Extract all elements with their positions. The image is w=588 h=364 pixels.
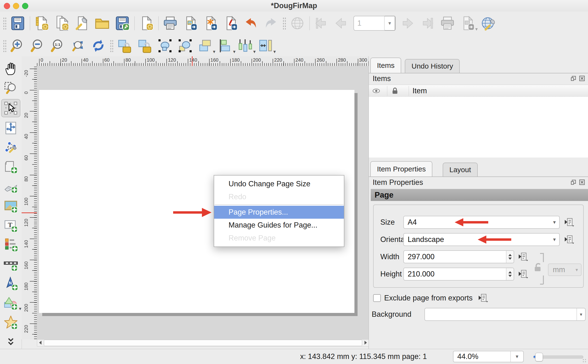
data-defined-override-icon[interactable] <box>478 293 489 303</box>
toolbar-grip[interactable] <box>110 39 113 52</box>
add-marker-button[interactable] <box>2 314 20 331</box>
redo-button[interactable] <box>262 15 280 32</box>
float-panel-icon[interactable] <box>570 179 577 186</box>
items-list[interactable] <box>369 97 588 157</box>
add-label-button[interactable]: T <box>2 216 20 234</box>
export-as-pdf-button[interactable] <box>222 15 239 32</box>
add-north-arrow-button[interactable]: N <box>2 275 20 292</box>
print-layout-button[interactable] <box>162 15 179 32</box>
menu-item-undo-change-page-size[interactable]: Undo Change Page Size <box>214 177 344 190</box>
zoom-in-button[interactable] <box>9 37 26 54</box>
raise-items-button[interactable]: ▾ <box>197 37 214 54</box>
titlebar[interactable]: *DougFirMap <box>0 0 588 12</box>
spinner-buttons[interactable] <box>506 251 514 263</box>
items-tree-header: Item <box>369 85 588 97</box>
previous-feature-button[interactable] <box>333 15 350 32</box>
lock-selected-items-button[interactable] <box>116 37 133 54</box>
add-items-from-template-button[interactable] <box>138 15 155 32</box>
menu-item-manage-guides[interactable]: Manage Guides for Page... <box>214 219 344 232</box>
tab-item-properties[interactable]: Item Properties <box>370 161 432 176</box>
select-move-item-tool-button[interactable] <box>1 99 20 117</box>
data-defined-override-icon[interactable] <box>517 270 529 279</box>
zoom-actual-size-button[interactable]: 1:1 <box>49 37 67 54</box>
preview-atlas-button[interactable] <box>289 15 306 32</box>
duplicate-layout-button[interactable] <box>53 15 71 32</box>
redo-icon <box>264 16 278 31</box>
pan-tool-button[interactable] <box>2 60 20 78</box>
first-feature-button[interactable] <box>313 15 330 32</box>
export-as-svg-button[interactable] <box>202 15 219 32</box>
export-as-image-button[interactable] <box>182 15 199 32</box>
tab-items[interactable]: Items <box>370 58 401 73</box>
top-ruler[interactable]: 0204060801001201401601802002202402602803… <box>37 56 368 66</box>
chevron-down-icon[interactable]: ▾ <box>576 308 585 320</box>
menu-item-redo[interactable]: Redo <box>214 190 344 203</box>
refresh-view-button[interactable] <box>90 37 107 54</box>
zoom-full-button[interactable] <box>70 37 87 54</box>
toolbar-grip[interactable] <box>3 39 6 52</box>
left-ruler[interactable]: -20020406080100120140160180200220 <box>22 66 37 339</box>
slider-handle[interactable] <box>535 353 543 361</box>
save-as-template-button[interactable] <box>114 15 131 32</box>
height-input[interactable]: 210.000 <box>403 268 514 280</box>
tab-layout[interactable]: Layout <box>443 162 478 176</box>
toolbar-grip[interactable] <box>283 17 286 30</box>
menu-item-page-properties[interactable]: Page Properties... <box>214 206 344 219</box>
zoom-slider[interactable] <box>533 352 583 361</box>
add-legend-button[interactable] <box>2 236 20 253</box>
units-select[interactable]: mm ▾ <box>548 264 582 276</box>
save-project-button[interactable] <box>9 15 26 32</box>
width-input[interactable]: 297.000 <box>403 250 514 263</box>
next-feature-button[interactable] <box>399 15 416 32</box>
zoom-level-combo[interactable]: 44.0% ▾ <box>453 351 524 362</box>
atlas-settings-button[interactable] <box>479 15 496 32</box>
float-panel-icon[interactable] <box>570 75 577 82</box>
move-item-content-tool-button[interactable] <box>2 119 20 137</box>
toolbar-grip[interactable] <box>3 17 6 30</box>
distribute-items-button[interactable]: ▾ <box>237 37 254 54</box>
open-layout-button[interactable] <box>94 15 111 32</box>
resize-grip[interactable] <box>582 358 587 363</box>
spinner-buttons[interactable] <box>506 268 514 280</box>
last-feature-button[interactable] <box>419 15 436 32</box>
menu-item-remove-page[interactable]: Remove Page <box>214 232 344 245</box>
zoom-out-button[interactable] <box>29 37 46 54</box>
close-panel-icon[interactable] <box>579 75 585 82</box>
ruler-label: 0 <box>24 91 29 94</box>
chevron-down-icon[interactable]: ▾ <box>384 16 395 31</box>
data-defined-override-icon[interactable] <box>563 218 575 227</box>
close-panel-icon[interactable] <box>579 179 585 186</box>
add-picture-button[interactable] <box>2 197 20 214</box>
resize-items-button[interactable]: ▾ <box>257 37 274 54</box>
atlas-page-combo[interactable]: 1▾ <box>354 16 396 31</box>
page-section-header[interactable]: Page <box>371 189 588 201</box>
ungroup-items-button[interactable] <box>176 37 194 54</box>
zoom-tool-button[interactable] <box>2 80 20 97</box>
add-page-button[interactable] <box>2 158 20 176</box>
scroll-left-arrow-icon[interactable] <box>37 339 43 346</box>
export-atlas-button[interactable]: ▾ <box>459 15 476 32</box>
tab-undo-history[interactable]: Undo History <box>405 59 460 73</box>
add-shape-button[interactable]: ▾ <box>2 294 20 312</box>
add-map-button[interactable] <box>2 178 20 195</box>
toolbox-overflow-button[interactable] <box>2 333 20 350</box>
align-items-button[interactable]: ▾ <box>217 37 234 54</box>
layout-manager-button[interactable] <box>73 15 91 32</box>
link-width-height-icon[interactable] <box>533 252 545 286</box>
group-items-button[interactable] <box>156 37 174 54</box>
scroll-right-arrow-icon[interactable] <box>362 339 369 346</box>
unlock-all-items-button[interactable] <box>136 37 154 54</box>
add-scalebar-button[interactable] <box>2 255 20 273</box>
items-tabbar: Items Undo History <box>369 57 588 73</box>
background-color-swatch[interactable]: ▾ <box>425 308 586 321</box>
scrollbar-thumb[interactable] <box>44 340 362 346</box>
chevron-down-icon[interactable]: ▾ <box>510 351 523 362</box>
new-layout-button[interactable] <box>33 15 50 32</box>
edit-nodes-item-tool-button[interactable] <box>2 139 20 156</box>
undo-button[interactable] <box>242 15 259 32</box>
data-defined-override-icon[interactable] <box>517 252 529 261</box>
data-defined-override-icon[interactable] <box>563 235 575 244</box>
horizontal-scrollbar[interactable] <box>37 339 369 346</box>
exclude-page-checkbox[interactable] <box>373 294 381 302</box>
print-atlas-button[interactable] <box>439 15 456 32</box>
